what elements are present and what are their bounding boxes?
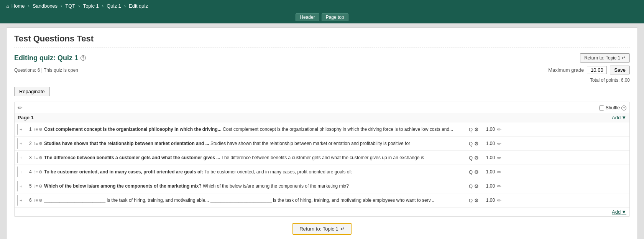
breadcrumb-quiz1[interactable]: Quiz 1	[107, 3, 121, 9]
question-gear-icon[interactable]: ⚙	[39, 198, 43, 203]
question-magnify-icon[interactable]: Q	[469, 127, 473, 132]
quiz-header: Editing quiz: Quiz 1 ? Return to: Topic …	[14, 53, 630, 63]
quiz-status: This quiz is open	[44, 68, 78, 73]
question-settings-icon[interactable]: ⚙	[474, 141, 479, 147]
question-rest-text: is the task of hiring, training, and mot…	[105, 198, 434, 203]
question-magnify-icon[interactable]: Q	[469, 169, 473, 175]
add-label-bottom: Add	[612, 209, 621, 215]
return-arrow-top: ↵	[622, 55, 626, 61]
question-settings-icon[interactable]: ⚙	[474, 198, 479, 203]
question-settings-icon[interactable]: ⚙	[474, 169, 479, 175]
question-actions: Q ⚙ 1.00 ✏	[469, 155, 501, 161]
quiz-help-icon[interactable]: ?	[80, 55, 86, 61]
side-handle	[17, 195, 18, 206]
shuffle-help-icon[interactable]: ?	[621, 105, 626, 110]
side-handle	[17, 124, 18, 135]
question-magnify-icon[interactable]: Q	[469, 198, 473, 203]
questions-list: + 1 ⁝≡ ⚙ Cost complement concept is the …	[15, 122, 629, 207]
question-gear-icon[interactable]: ⚙	[39, 184, 43, 189]
table-row: + 5 ⁝≡ ⚙ Which of the below is/are among…	[15, 179, 629, 193]
question-rest-text: Which of the below is/are among the comp…	[202, 183, 349, 189]
question-number: 4	[24, 169, 32, 175]
questions-count: Questions: 6	[14, 68, 40, 73]
question-gear-icon[interactable]: ⚙	[39, 155, 43, 160]
question-actions: Q ⚙ 1.00 ✏	[469, 141, 501, 147]
question-gear-icon[interactable]: ⚙	[39, 170, 43, 175]
edit-icon-button[interactable]: ✏	[18, 104, 23, 111]
breadcrumb-home[interactable]: Home	[12, 3, 25, 9]
total-points-row: Total of points: 6.00	[14, 77, 630, 83]
question-type-icon: ⁝≡	[34, 170, 38, 175]
question-settings-icon[interactable]: ⚙	[474, 155, 479, 161]
save-button[interactable]: Save	[610, 66, 630, 74]
question-icons: ⁝≡ ⚙	[34, 198, 43, 203]
breadcrumb-bar: ⌂ Home › Sandboxes › TQT › Topic 1 › Qui…	[0, 0, 644, 12]
add-dropdown-button-top[interactable]: Add ▼	[612, 115, 626, 120]
question-gear-icon[interactable]: ⚙	[39, 127, 43, 132]
sep-2: ›	[61, 3, 62, 9]
page-top-shortcut-button[interactable]: Page top	[322, 13, 348, 21]
question-magnify-icon[interactable]: Q	[469, 155, 473, 161]
question-number: 2	[24, 141, 32, 146]
question-magnify-icon[interactable]: Q	[469, 183, 473, 189]
question-settings-icon[interactable]: ⚙	[474, 127, 479, 132]
question-edit-icon[interactable]: ✏	[497, 141, 501, 147]
header-shortcut-button[interactable]: Header	[296, 13, 319, 21]
page-header-row: Page 1 Add ▼	[15, 113, 629, 122]
question-edit-icon[interactable]: ✏	[497, 198, 501, 203]
question-icons: ⁝≡ ⚙	[34, 141, 43, 146]
repaginate-row: Repaginate	[14, 87, 630, 96]
question-text: Which of the below is/are among the comp…	[44, 183, 466, 189]
question-icons: ⁝≡ ⚙	[34, 184, 43, 189]
question-points: 1.00	[483, 155, 495, 160]
question-edit-icon[interactable]: ✏	[497, 155, 501, 161]
table-row: + 6 ⁝≡ ⚙ ________________________ is the…	[15, 193, 629, 207]
add-caret-bottom: ▼	[621, 209, 626, 215]
return-to-topic-label-top: Return to: Topic 1	[584, 55, 620, 61]
side-handle	[17, 138, 18, 149]
question-rest-text: Cost complement concept is the organizat…	[222, 127, 453, 132]
shuffle-label: Shuffle	[606, 105, 620, 110]
question-points: 1.00	[483, 183, 495, 189]
add-dropdown-button-bottom[interactable]: Add ▼	[612, 209, 626, 215]
quiz-title: Editing quiz: Quiz 1 ?	[14, 54, 86, 62]
return-to-topic-button-top[interactable]: Return to: Topic 1 ↵	[580, 53, 630, 63]
question-bold-text: Cost complement concept is the organizat…	[44, 127, 222, 132]
sep-4: ›	[102, 3, 104, 9]
total-points-label: Total of points:	[590, 77, 619, 83]
question-actions: Q ⚙ 1.00 ✏	[469, 169, 501, 175]
repaginate-button[interactable]: Repaginate	[14, 87, 50, 96]
breadcrumb-tqt[interactable]: TQT	[65, 3, 75, 9]
drag-handle[interactable]: +	[20, 169, 23, 175]
return-to-topic-button-bottom[interactable]: Return to: Topic 1 ↵	[292, 223, 352, 235]
question-magnify-icon[interactable]: Q	[469, 141, 473, 147]
breadcrumb-sandboxes[interactable]: Sandboxes	[33, 3, 58, 9]
drag-handle[interactable]: +	[20, 198, 23, 203]
quiz-meta-row: Questions: 6 | This quiz is open Maximum…	[14, 66, 630, 74]
question-edit-icon[interactable]: ✏	[497, 183, 501, 189]
question-bold-text: Which of the below is/are among the comp…	[44, 183, 202, 189]
question-edit-icon[interactable]: ✏	[497, 169, 501, 175]
side-handle	[17, 152, 18, 163]
drag-handle[interactable]: +	[20, 141, 23, 147]
drag-handle[interactable]: +	[20, 155, 23, 161]
side-handle	[17, 166, 18, 177]
shuffle-checkbox[interactable]	[599, 105, 604, 110]
drag-handle[interactable]: +	[20, 183, 23, 189]
drag-handle[interactable]: +	[20, 127, 23, 132]
question-settings-icon[interactable]: ⚙	[474, 183, 479, 189]
table-row: + 2 ⁝≡ ⚙ Studies have shown that the rel…	[15, 137, 629, 151]
question-type-icon: ⁝≡	[34, 155, 38, 160]
side-handle	[17, 181, 18, 191]
page-title: Test Questions Test	[14, 34, 630, 48]
sep-5: ›	[124, 3, 126, 9]
question-actions: Q ⚙ 1.00 ✏	[469, 183, 501, 189]
question-text: Cost complement concept is the organizat…	[44, 127, 466, 132]
question-number: 6	[24, 198, 32, 203]
question-icons: ⁝≡ ⚙	[34, 127, 43, 132]
question-edit-icon[interactable]: ✏	[497, 127, 501, 132]
question-gear-icon[interactable]: ⚙	[39, 141, 43, 146]
max-grade-input[interactable]	[587, 66, 607, 74]
breadcrumb-topic1[interactable]: Topic 1	[83, 3, 99, 9]
question-number: 3	[24, 155, 32, 160]
